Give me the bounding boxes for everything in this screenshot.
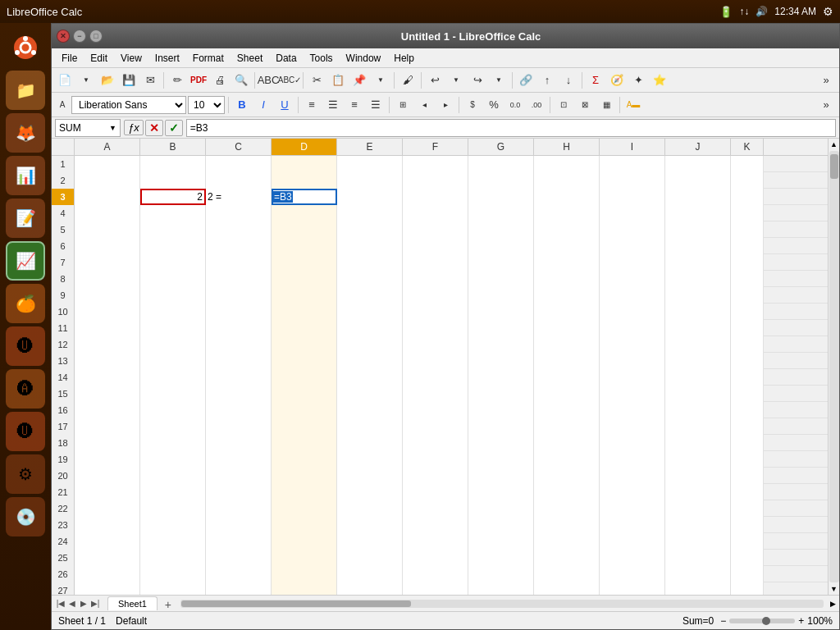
menu-insert[interactable]: Insert — [148, 51, 186, 66]
cell-b21[interactable] — [140, 484, 206, 500]
cell-k5[interactable] — [731, 221, 764, 238]
cell-i20[interactable] — [600, 468, 665, 484]
calc-icon[interactable]: Σ — [586, 71, 605, 90]
cell-k22[interactable] — [731, 500, 764, 517]
cell-b3[interactable]: 2 — [140, 189, 206, 205]
font-name-select[interactable]: Liberation Sans — [71, 96, 186, 114]
menu-data[interactable]: Data — [269, 51, 303, 66]
cell-k24[interactable] — [731, 533, 764, 550]
cell-b26[interactable] — [140, 566, 206, 582]
cell-i4[interactable] — [600, 205, 665, 221]
underline-icon[interactable]: U — [275, 95, 294, 115]
cell-j15[interactable] — [665, 386, 731, 402]
cancel-formula-button[interactable]: ✕ — [145, 120, 163, 136]
cell-b7[interactable] — [140, 254, 206, 271]
cell-h25[interactable] — [534, 550, 600, 566]
accept-formula-button[interactable]: ✓ — [165, 120, 183, 136]
cell-j6[interactable] — [665, 238, 731, 254]
menu-file[interactable]: File — [55, 51, 84, 66]
cell-e18[interactable] — [337, 435, 403, 451]
menu-help[interactable]: Help — [387, 51, 421, 66]
cell-b2[interactable] — [140, 172, 206, 189]
sidebar-u-icon[interactable]: 🅤 — [6, 412, 45, 451]
cell-j22[interactable] — [665, 500, 731, 517]
cell-j18[interactable] — [665, 435, 731, 451]
spellcheck-icon[interactable]: ABC — [258, 71, 278, 90]
sidebar-impress-icon[interactable]: 📊 — [6, 156, 45, 195]
row-number[interactable]: 9 — [52, 287, 75, 304]
row-number[interactable]: 3 — [52, 189, 75, 205]
cell-e5[interactable] — [337, 221, 403, 238]
cell-d27[interactable] — [272, 582, 337, 595]
cell-d26[interactable] — [272, 566, 337, 582]
cell-e15[interactable] — [337, 386, 403, 402]
cell-g6[interactable] — [468, 238, 534, 254]
cell-k7[interactable] — [731, 254, 764, 271]
undo-dropdown-icon[interactable]: ▼ — [446, 71, 466, 90]
cell-c8[interactable] — [206, 271, 272, 287]
col-header-g[interactable]: G — [468, 139, 534, 155]
sidebar-files-icon[interactable]: 📁 — [6, 71, 45, 110]
cell-g10[interactable] — [468, 304, 534, 320]
row-number[interactable]: 26 — [52, 566, 75, 582]
cell-j25[interactable] — [665, 550, 731, 566]
cell-e16[interactable] — [337, 402, 403, 418]
cell-i7[interactable] — [600, 254, 665, 271]
save-icon[interactable]: 💾 — [119, 71, 139, 90]
cell-d13[interactable] — [272, 353, 337, 369]
toolbar-more-icon[interactable]: » — [816, 71, 836, 90]
cell-i6[interactable] — [600, 238, 665, 254]
cell-i12[interactable] — [600, 336, 665, 353]
cell-c9[interactable] — [206, 287, 272, 304]
cell-d16[interactable] — [272, 402, 337, 418]
cell-j16[interactable] — [665, 402, 731, 418]
cell-k1[interactable] — [731, 156, 764, 172]
sidebar-settings-icon[interactable]: ⚙ — [6, 454, 45, 494]
row-number[interactable]: 13 — [52, 353, 75, 369]
border-icon[interactable]: ⊡ — [554, 95, 573, 115]
cell-g25[interactable] — [468, 550, 534, 566]
cell-k13[interactable] — [731, 353, 764, 369]
row-number[interactable]: 17 — [52, 418, 75, 435]
row-number[interactable]: 4 — [52, 205, 75, 221]
cell-j23[interactable] — [665, 517, 731, 533]
styles-icon[interactable]: A — [55, 95, 70, 115]
cell-f5[interactable] — [403, 221, 468, 238]
print-preview-icon[interactable]: 🔍 — [231, 71, 251, 90]
cell-a16[interactable] — [75, 402, 140, 418]
cell-e22[interactable] — [337, 500, 403, 517]
cell-j10[interactable] — [665, 304, 731, 320]
sidebar-writer-icon[interactable]: 📝 — [6, 199, 45, 238]
sheet-tab-1[interactable]: Sheet1 — [107, 596, 158, 610]
row-number[interactable]: 19 — [52, 451, 75, 468]
print-icon[interactable]: 🖨 — [210, 71, 230, 90]
cell-f15[interactable] — [403, 386, 468, 402]
cell-f17[interactable] — [403, 418, 468, 435]
cell-g2[interactable] — [468, 172, 534, 189]
cell-f27[interactable] — [403, 582, 468, 595]
cell-f8[interactable] — [403, 271, 468, 287]
cell-h1[interactable] — [534, 156, 600, 172]
row-number[interactable]: 27 — [52, 582, 75, 595]
cell-i2[interactable] — [600, 172, 665, 189]
cell-f18[interactable] — [403, 435, 468, 451]
cell-b6[interactable] — [140, 238, 206, 254]
cell-b12[interactable] — [140, 336, 206, 353]
cell-h26[interactable] — [534, 566, 600, 582]
cell-d4[interactable] — [272, 205, 337, 221]
cell-d6[interactable] — [272, 238, 337, 254]
cell-c10[interactable] — [206, 304, 272, 320]
cell-k18[interactable] — [731, 435, 764, 451]
col-header-e[interactable]: E — [337, 139, 403, 155]
row-number[interactable]: 23 — [52, 517, 75, 533]
cell-i17[interactable] — [600, 418, 665, 435]
formula-input[interactable] — [186, 119, 836, 137]
sidebar-firefox-icon[interactable]: 🦊 — [6, 113, 45, 153]
menu-sheet[interactable]: Sheet — [231, 51, 269, 66]
cell-i13[interactable] — [600, 353, 665, 369]
cell-g8[interactable] — [468, 271, 534, 287]
cell-d15[interactable] — [272, 386, 337, 402]
cell-h19[interactable] — [534, 451, 600, 468]
cell-b11[interactable] — [140, 320, 206, 336]
cell-d17[interactable] — [272, 418, 337, 435]
